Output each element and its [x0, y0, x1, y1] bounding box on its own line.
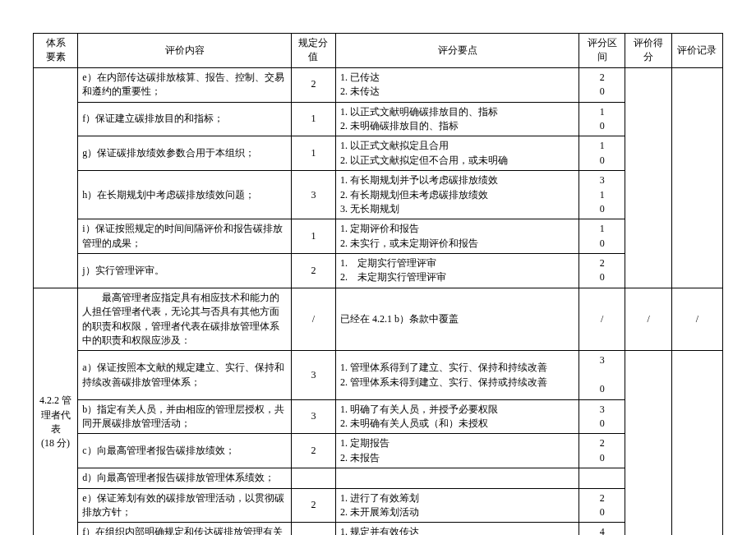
- cell-points: 1. 定期报告2. 未报告: [336, 434, 579, 468]
- cell-value: 2: [291, 67, 335, 102]
- cell-score: /: [625, 288, 671, 351]
- cell-range: 10: [579, 219, 625, 254]
- cell-value: /: [291, 288, 335, 351]
- cell-content: 最高管理者应指定具有相应技术和能力的人担任管理者代表，无论其与否具有其他方面的职…: [78, 288, 292, 351]
- cell-value: 2: [291, 488, 335, 523]
- cell-range: /: [579, 288, 625, 351]
- cell-content: d）向最高管理者报告碳排放管理体系绩效；: [78, 468, 292, 488]
- cell-range: 20: [579, 67, 625, 102]
- cell-content: a）保证按照本文献的规定建立、实行、保持和持续改善碳排放管理体系；: [78, 351, 292, 399]
- header-record: 评价记录: [671, 34, 722, 68]
- cell-points: 1. 定期评价和报告2. 未实行，或未定期评价和报告: [336, 219, 579, 254]
- cell-range: 42: [579, 523, 625, 535]
- system-element-cont: [34, 67, 78, 288]
- cell-content: f）保证建立碳排放目的和指标；: [78, 102, 292, 136]
- cell-range: 10: [579, 102, 625, 136]
- cell-value: 2: [291, 434, 335, 468]
- cell-content: j）实行管理评审。: [78, 254, 292, 288]
- cell-value: 4: [291, 523, 335, 535]
- evaluation-table: 体系要素评价内容规定分值评分要点评分区间评价得分评价记录e）在内部传达碳排放核算…: [33, 33, 723, 535]
- header-score: 评价得分: [625, 34, 671, 68]
- cell-content: c）向最高管理者报告碳排放绩效；: [78, 434, 292, 468]
- cell-points: 1. 有长期规划并予以考虑碳排放绩效2. 有长期规划但未考虑碳排放绩效3. 无长…: [336, 171, 579, 219]
- cell-range: 3 0: [579, 351, 625, 399]
- cell-value: 2: [291, 254, 335, 288]
- system-element: 4.2.2 管理者代表(18 分): [34, 288, 78, 535]
- cell-points: 1. 已传达2. 未传达: [336, 67, 579, 102]
- cell-points: 1. 进行了有效筹划2. 未开展筹划活动: [336, 488, 579, 523]
- cell-content: h）在长期规划中考虑碳排放绩效问题；: [78, 171, 292, 219]
- cell-content: e）保证筹划有效的碳排放管理活动，以贯彻碳排放方针；: [78, 488, 292, 523]
- cell-range: [579, 468, 625, 488]
- cell-range: 20: [579, 254, 625, 288]
- cell-score: [625, 351, 671, 535]
- cell-points: 1. 规定并有效传达2. 规定但未有效传达: [336, 523, 579, 535]
- header-value: 规定分值: [291, 34, 335, 68]
- cell-range: 30: [579, 399, 625, 434]
- cell-range: 20: [579, 434, 625, 468]
- header-content: 评价内容: [78, 34, 292, 68]
- cell-range: 20: [579, 488, 625, 523]
- cell-content: i）保证按照规定的时间间隔评价和报告碳排放管理的成果；: [78, 219, 292, 254]
- header-points: 评分要点: [336, 34, 579, 68]
- cell-range: 310: [579, 171, 625, 219]
- cell-value: 3: [291, 351, 335, 399]
- header-range: 评分区间: [579, 34, 625, 68]
- cell-content: g）保证碳排放绩效参数合用于本组织；: [78, 136, 292, 171]
- cell-record: [671, 67, 722, 288]
- cell-points: 1. 以正式文献拟定且合用2. 以正式文献拟定但不合用，或未明确: [336, 136, 579, 171]
- cell-points: 已经在 4.2.1 b）条款中覆盖: [336, 288, 579, 351]
- cell-points: 1. 定期实行管理评审2. 未定期实行管理评审: [336, 254, 579, 288]
- cell-content: b）指定有关人员，并由相应的管理层授权，共同开展碳排放管理活动；: [78, 399, 292, 434]
- cell-record: /: [671, 288, 722, 351]
- cell-points: 1. 以正式文献明确碳排放目的、指标2. 未明确碳排放目的、指标: [336, 102, 579, 136]
- cell-value: 3: [291, 399, 335, 434]
- cell-points: 1. 明确了有关人员，并授予必要权限2. 未明确有关人员或（和）未授权: [336, 399, 579, 434]
- cell-points: 1. 管理体系得到了建立、实行、保持和持续改善2. 管理体系未得到建立、实行、保…: [336, 351, 579, 399]
- cell-points: [336, 468, 579, 488]
- cell-value: 3: [291, 171, 335, 219]
- cell-score: [625, 67, 671, 288]
- cell-record: [671, 351, 722, 535]
- cell-value: 1: [291, 219, 335, 254]
- cell-value: [291, 468, 335, 488]
- cell-value: 1: [291, 136, 335, 171]
- cell-content: e）在内部传达碳排放核算、报告、控制、交易和遵约的重要性；: [78, 67, 292, 102]
- cell-value: 1: [291, 102, 335, 136]
- header-system: 体系要素: [34, 34, 78, 68]
- cell-range: 10: [579, 136, 625, 171]
- cell-content: f）在组织内部明确规定和传达碳排放管理有关的职责和权限，以有效推动碳排放管理；: [78, 523, 292, 535]
